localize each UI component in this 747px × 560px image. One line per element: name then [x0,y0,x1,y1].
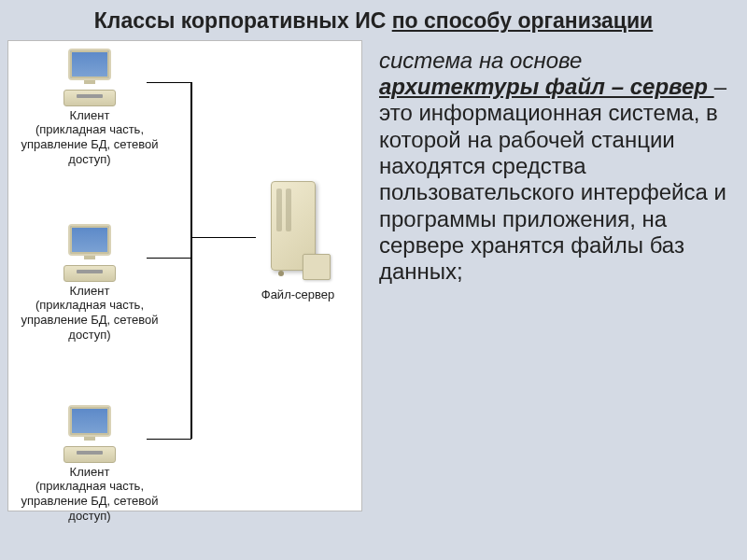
slide-title: Классы корпоративных ИС по способу орган… [0,0,747,40]
network-bus-to-server [190,237,256,239]
client-2-detail: (прикладная часть, управление БД, сетево… [10,298,169,342]
server: Файл-сервер [251,181,345,301]
desc-lead: система на основе [379,48,582,73]
server-label: Файл-сервер [251,287,345,301]
client-3-detail: (прикладная часть, управление БД, сетево… [10,479,169,523]
title-underlined: по способу организации [392,8,654,33]
desc-architecture: архитектуры файл – сервер [379,74,714,99]
slide-content: Клиент (прикладная часть, управление БД,… [0,40,747,511]
computer-icon [61,49,119,106]
description-text: система на основе архитектуры файл – сер… [362,40,747,511]
client-1-detail: (прикладная часть, управление БД, сетево… [10,122,169,166]
desc-rest: – это информационная система, в которой … [379,74,726,284]
title-plain: Классы корпоративных ИС [94,8,392,33]
network-bus-vertical [190,82,192,439]
client-3-name: Клиент [10,465,169,480]
computer-icon [61,405,119,463]
computer-icon [61,224,119,282]
client-3: Клиент (прикладная часть, управление БД,… [10,405,169,523]
client-2: Клиент (прикладная часть, управление БД,… [10,224,169,342]
client-1-name: Клиент [10,108,169,123]
server-icon [265,181,331,284]
client-2-name: Клиент [10,284,169,299]
client-1: Клиент (прикладная часть, управление БД,… [10,49,169,166]
diagram-panel: Клиент (прикладная часть, управление БД,… [7,40,362,511]
